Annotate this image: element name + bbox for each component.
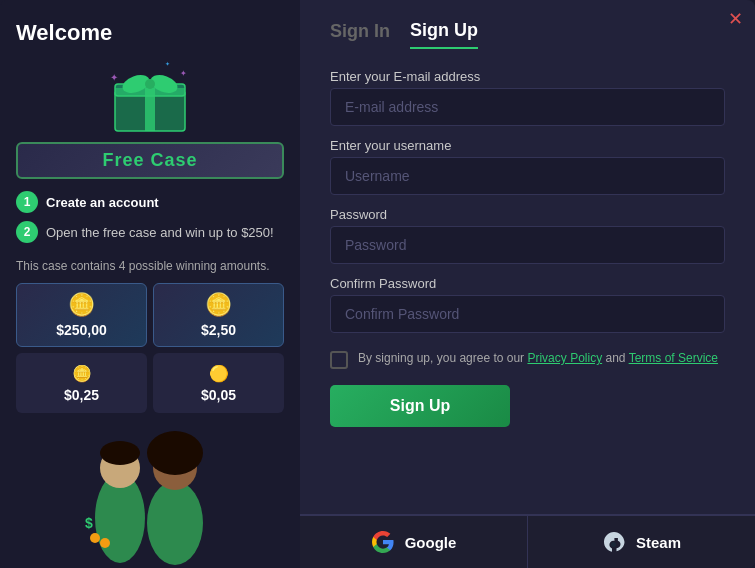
prize-grid: 🪙 $250,00 🪙 $2,50 🪙 $0,25 🟡 $0,05: [16, 283, 284, 413]
confirm-password-label: Confirm Password: [330, 276, 725, 291]
prize-card-2: 🪙 $2,50: [153, 283, 284, 347]
coins-icon-2: 🪙: [205, 292, 232, 318]
terms-of-service-link[interactable]: Terms of Service: [629, 351, 718, 365]
svg-text:$: $: [85, 515, 93, 531]
free-case-banner: Free Case: [16, 142, 284, 179]
prize-card-1: 🪙 $250,00: [16, 283, 147, 347]
confirm-password-input[interactable]: [330, 295, 725, 333]
steam-oauth-button[interactable]: Steam: [528, 515, 755, 568]
svg-point-12: [100, 441, 140, 465]
prize-amount-3: $0,25: [64, 387, 99, 403]
coins-icon-1: 🪙: [68, 292, 95, 318]
left-panel: Welcome ✦ ✦ ✦ Free Ca: [0, 0, 300, 568]
username-input[interactable]: [330, 157, 725, 195]
svg-point-18: [100, 538, 110, 548]
case-info-text: This case contains 4 possible winning am…: [16, 259, 269, 273]
tab-sign-in[interactable]: Sign In: [330, 20, 390, 49]
close-button[interactable]: ✕: [728, 10, 743, 28]
prize-card-4: 🟡 $0,05: [153, 353, 284, 413]
character-area: $: [0, 428, 300, 568]
terms-checkbox[interactable]: [330, 351, 348, 369]
username-label: Enter your username: [330, 138, 725, 153]
google-icon: [371, 530, 395, 554]
prize-amount-4: $0,05: [201, 387, 236, 403]
step-2-text: Open the free case and win up to $250!: [46, 225, 274, 240]
coins-icon-4: 🟡: [209, 364, 229, 383]
step-2: 2 Open the free case and win up to $250!: [16, 221, 284, 243]
welcome-title: Welcome: [16, 20, 112, 46]
coins-icon-3: 🪙: [72, 364, 92, 383]
svg-point-6: [145, 79, 155, 89]
step-1-number: 1: [16, 191, 38, 213]
prize-amount-1: $250,00: [56, 322, 107, 338]
steam-icon: [602, 530, 626, 554]
signup-button[interactable]: Sign Up: [330, 385, 510, 427]
google-label: Google: [405, 534, 457, 551]
steam-label: Steam: [636, 534, 681, 551]
svg-point-15: [147, 431, 203, 475]
oauth-row: Google Steam: [300, 514, 755, 568]
tabs-container: Sign In Sign Up: [330, 20, 725, 49]
svg-text:✦: ✦: [110, 72, 118, 83]
email-input[interactable]: [330, 88, 725, 126]
step-2-number: 2: [16, 221, 38, 243]
steps-list: 1 Create an account 2 Open the free case…: [16, 191, 284, 251]
terms-row: By signing up, you agree to our Privacy …: [330, 349, 725, 369]
svg-point-13: [147, 481, 203, 565]
right-panel: Sign In Sign Up Enter your E-mail addres…: [300, 0, 755, 568]
password-field-group: Password: [330, 207, 725, 264]
svg-text:✦: ✦: [165, 61, 170, 67]
svg-point-17: [90, 533, 100, 543]
email-field-group: Enter your E-mail address: [330, 69, 725, 126]
signup-form: Enter your E-mail address Enter your use…: [330, 69, 725, 548]
step-1-text: Create an account: [46, 195, 159, 210]
password-label: Password: [330, 207, 725, 222]
prize-card-3: 🪙 $0,25: [16, 353, 147, 413]
characters-illustration: $: [70, 428, 230, 568]
privacy-policy-link[interactable]: Privacy Policy: [527, 351, 602, 365]
free-case-label: Free Case: [18, 150, 282, 171]
gift-box-icon: ✦ ✦ ✦: [105, 56, 195, 136]
username-field-group: Enter your username: [330, 138, 725, 195]
confirm-password-field-group: Confirm Password: [330, 276, 725, 333]
password-input[interactable]: [330, 226, 725, 264]
terms-text: By signing up, you agree to our Privacy …: [358, 349, 718, 367]
tab-sign-up[interactable]: Sign Up: [410, 20, 478, 49]
modal: ✕ Welcome ✦ ✦ ✦: [0, 0, 755, 568]
prize-amount-2: $2,50: [201, 322, 236, 338]
email-label: Enter your E-mail address: [330, 69, 725, 84]
step-1: 1 Create an account: [16, 191, 284, 213]
google-oauth-button[interactable]: Google: [300, 515, 528, 568]
gift-box-container: ✦ ✦ ✦: [16, 56, 284, 136]
svg-point-19: [611, 542, 616, 547]
svg-text:✦: ✦: [180, 69, 187, 78]
